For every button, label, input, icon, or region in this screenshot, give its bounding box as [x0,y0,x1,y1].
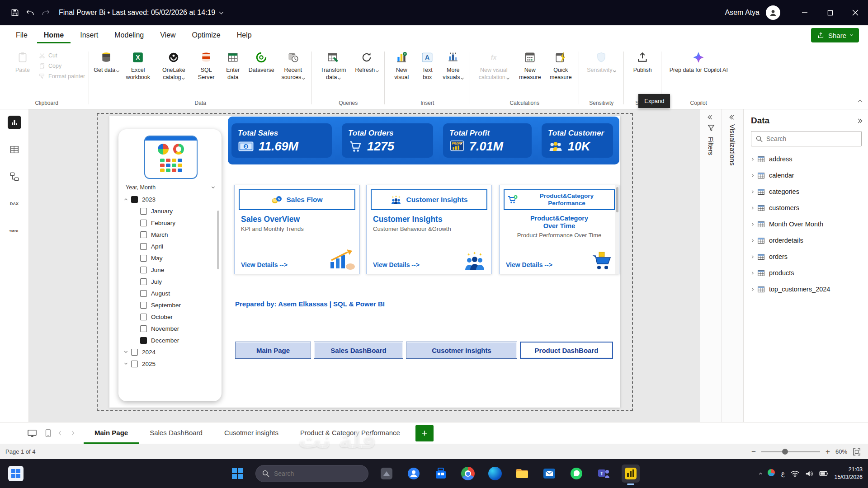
expand-icon[interactable] [750,239,754,242]
table-row-month-over-month[interactable]: Month Over Month [751,216,862,232]
sensitivity-button[interactable]: Sensitivity [583,48,620,74]
copy-button[interactable]: Copy [39,63,61,69]
zoom-level[interactable]: 60% [835,448,847,455]
file-explorer-icon[interactable] [513,465,531,483]
menu-view[interactable]: View [153,27,182,43]
desktop-layout-icon[interactable] [27,429,37,437]
minimize-button[interactable] [792,0,817,25]
quick-measure-button[interactable]: Quick measure [546,48,575,81]
hidden-icons-chevron[interactable] [759,473,762,476]
fit-to-page-icon[interactable] [853,448,861,456]
report-view-icon[interactable] [8,116,21,129]
maximize-button[interactable] [817,0,843,25]
mobile-layout-icon[interactable] [45,429,51,437]
battery-icon[interactable] [819,471,828,476]
data-search-input[interactable] [766,135,848,142]
view-details-link[interactable]: View Details --> [373,261,420,268]
tab-main-page[interactable]: Main Page [84,422,139,444]
checkbox[interactable] [140,220,147,226]
kpi-total-profit[interactable]: Total Profit PROFIT 7.01M [443,123,532,158]
expand-icon[interactable] [750,287,754,291]
excel-workbook-button[interactable]: X Excel workbook [122,48,154,81]
taskbar-search[interactable] [255,465,368,482]
prep-data-copilot-button[interactable]: Prep data for Copilot AI [665,48,732,74]
view-details-link[interactable]: View Details --> [506,261,552,268]
chat-icon[interactable] [405,465,423,483]
redo-icon[interactable] [38,5,53,20]
table-row-customers[interactable]: customers [751,200,862,216]
sql-server-button[interactable]: SQL Server [193,48,219,81]
slicer-month-february[interactable]: February [125,217,217,229]
taskbar-search-input[interactable] [274,470,346,477]
slicer-scrollbar[interactable] [217,211,219,269]
powerbi-icon[interactable] [622,465,640,483]
dark-app-icon[interactable] [377,465,396,483]
table-row-orders[interactable]: orders [751,249,862,265]
expand-visualizations-icon[interactable] [730,116,735,119]
expand-icon[interactable] [124,350,127,353]
expand-icon[interactable] [750,222,754,225]
checkbox[interactable] [140,337,147,344]
checkbox[interactable] [140,208,147,215]
undo-icon[interactable] [23,5,38,20]
whatsapp-icon[interactable] [567,465,585,483]
checkbox[interactable] [140,302,147,309]
tray-app-icon[interactable] [768,469,775,478]
wifi-icon[interactable] [791,470,799,477]
slicer-month-october[interactable]: October [125,311,217,323]
menu-modeling[interactable]: Modeling [108,27,151,43]
view-details-link[interactable]: View Details --> [241,261,288,268]
dax-query-view-icon[interactable]: DAX [8,197,21,211]
checkbox[interactable] [140,243,147,250]
slicer-month-may[interactable]: May [125,252,217,264]
teams-icon[interactable]: T [594,465,613,483]
share-button[interactable]: Share [811,28,859,42]
more-visuals-button[interactable]: More visuals [440,48,466,81]
slicer-header[interactable]: Year, Month [125,183,217,193]
menu-insert[interactable]: Insert [73,27,105,43]
publish-button[interactable]: Publish [627,48,657,74]
slicer-year-2025[interactable]: 2025 [125,358,217,370]
new-page-button[interactable]: + [415,425,434,441]
slicer-dropdown-icon[interactable] [212,185,215,188]
slicer-month-april[interactable]: April [125,240,217,252]
expand-icon[interactable] [750,206,754,209]
slicer-month-june[interactable]: June [125,264,217,276]
avatar[interactable] [766,5,780,20]
checkbox[interactable] [140,314,147,320]
account-name[interactable]: Asem Atya [725,9,760,17]
table-row-products[interactable]: products [751,265,862,281]
paste-button[interactable]: Paste [8,48,37,74]
expand-icon[interactable] [750,157,754,160]
format-painter-button[interactable]: Format painter [39,73,85,80]
checkbox[interactable] [131,361,138,367]
table-row-orderdetails[interactable]: orderdetails [751,232,862,249]
transform-data-button[interactable]: Transform data [316,48,351,81]
checkbox[interactable] [131,349,138,356]
save-icon[interactable] [7,5,23,20]
kpi-total-customer[interactable]: Total Customer 10K [542,123,613,158]
table-row-address[interactable]: address [751,151,862,167]
slicer-year-2024[interactable]: 2024 [125,346,217,358]
chrome-icon[interactable] [459,465,477,483]
text-box-button[interactable]: A Text box [416,48,438,81]
expand-icon[interactable] [750,190,754,193]
year-month-slicer[interactable]: Year, Month 2023 January February March … [118,129,222,401]
slicer-year-2023[interactable]: 2023 [125,193,217,205]
slicer-month-august[interactable]: August [125,287,217,299]
new-visual-button[interactable]: New visual [388,48,415,81]
window-title[interactable]: Final Power Bi • Last saved: 05/02/2026 … [59,9,223,17]
edge-icon[interactable] [486,465,504,483]
title-dropdown-icon[interactable] [219,10,224,14]
menu-help[interactable]: Help [230,27,259,43]
nav-main-page-button[interactable]: Main Page [235,342,311,359]
expand-icon[interactable] [750,271,754,274]
collapse-data-pane-icon[interactable] [857,119,862,122]
expand-filters-icon[interactable] [708,116,713,119]
model-view-icon[interactable] [8,170,21,183]
slicer-month-september[interactable]: September [125,299,217,311]
nav-customer-insights-button[interactable]: Cusotmer Insights [406,342,517,359]
collapse-ribbon-icon[interactable] [859,97,862,105]
get-data-button[interactable]: Get data [93,48,120,74]
table-row-calendar[interactable]: calendar [751,167,862,183]
